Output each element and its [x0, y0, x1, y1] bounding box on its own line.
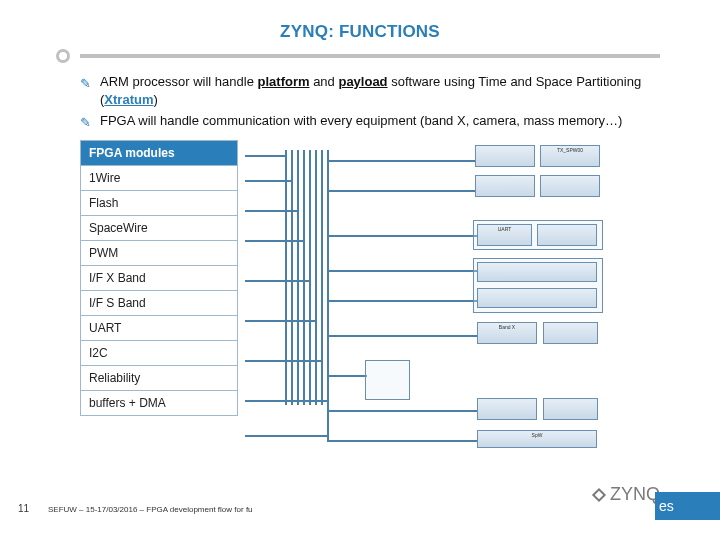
connector — [245, 320, 315, 322]
connector — [327, 190, 477, 192]
bullet-list: ✎ ARM processor will handle platform and… — [80, 73, 660, 130]
zynq-logo-text: ZYNQ — [610, 484, 660, 504]
connector — [245, 360, 321, 362]
diagram-block — [475, 145, 535, 167]
fpga-row: Flash — [80, 191, 238, 216]
content-row: FPGA modules 1Wire Flash SpaceWire PWM I… — [80, 140, 720, 465]
zynq-logo: ZYNQ — [594, 484, 660, 505]
fpga-row: buffers + DMA — [80, 391, 238, 416]
fpga-row: 1Wire — [80, 166, 238, 191]
bus-line — [291, 150, 293, 405]
fpga-row: I/F X Band — [80, 266, 238, 291]
bullet-1-payload: payload — [338, 74, 387, 89]
page-number: 11 — [18, 503, 29, 514]
slide-title: ZYNQ: FUNCTIONS — [0, 0, 720, 54]
connector — [245, 435, 327, 437]
diagram-block-spw: SpW — [477, 430, 597, 448]
bus-line — [303, 150, 305, 405]
bus-line — [309, 150, 311, 405]
bullet-2-text: FPGA will handle communication with ever… — [100, 113, 622, 128]
diagram-block-bandx: Band X — [477, 322, 537, 344]
bus-line — [285, 150, 287, 405]
connector — [245, 280, 309, 282]
diagram-block — [543, 322, 598, 344]
fpga-modules-table: FPGA modules 1Wire Flash SpaceWire PWM I… — [80, 140, 238, 416]
fpga-row: I/F S Band — [80, 291, 238, 316]
fpga-row: Reliability — [80, 366, 238, 391]
diagram-block-uart: UART — [477, 224, 532, 246]
connector — [245, 180, 291, 182]
footer-text: SEFUW – 15-17/03/2016 – FPGA development… — [48, 505, 253, 514]
connector — [327, 235, 477, 237]
connector — [327, 270, 477, 272]
diagram-block — [543, 398, 598, 420]
diagram-block-tx-spw: TX_SPW00 — [540, 145, 600, 167]
connector — [245, 210, 297, 212]
connector — [327, 410, 477, 412]
bus-line — [297, 150, 299, 405]
bullet-icon: ✎ — [80, 75, 91, 93]
diagram-block — [477, 288, 597, 308]
connector — [327, 160, 477, 162]
connector — [327, 375, 367, 377]
block-diagram: TX_SPW00 UART Band X SpW — [225, 140, 665, 450]
connector — [245, 240, 303, 242]
fpga-row: UART — [80, 316, 238, 341]
diagram-block — [537, 224, 597, 246]
bullet-1-xtratum: Xtratum — [104, 92, 153, 107]
fpga-row: PWM — [80, 241, 238, 266]
bullet-2: ✎ FPGA will handle communication with ev… — [80, 112, 660, 130]
diagram-block — [477, 262, 597, 282]
bus-line — [321, 150, 323, 405]
bus-line — [327, 150, 329, 440]
bullet-1-text-a: ARM processor will handle — [100, 74, 258, 89]
diagram-block — [540, 175, 600, 197]
brand-stripe: es — [655, 492, 720, 520]
bullet-icon: ✎ — [80, 114, 91, 132]
connector — [327, 440, 477, 442]
diagram-block — [477, 398, 537, 420]
connector — [327, 335, 477, 337]
bullet-1-platform: platform — [258, 74, 310, 89]
divider-rule — [80, 54, 660, 58]
fpga-row: I2C — [80, 341, 238, 366]
connector — [245, 400, 327, 402]
connector — [327, 300, 477, 302]
bullet-1-text-d: ) — [153, 92, 157, 107]
divider-dot — [56, 49, 70, 63]
fpga-row: SpaceWire — [80, 216, 238, 241]
fpga-table-header: FPGA modules — [80, 140, 238, 166]
diagram-group-mmu — [365, 360, 410, 400]
connector — [245, 155, 285, 157]
bullet-1-text-b: and — [310, 74, 339, 89]
bullet-1: ✎ ARM processor will handle platform and… — [80, 73, 660, 108]
diagram-block — [475, 175, 535, 197]
bus-line — [315, 150, 317, 405]
zynq-diamond-icon — [592, 488, 606, 502]
